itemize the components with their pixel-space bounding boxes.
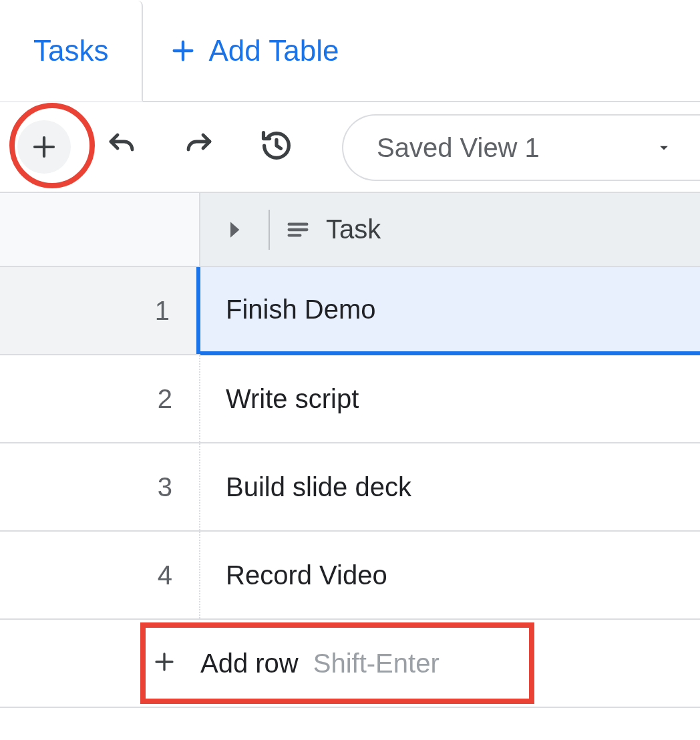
undo-button[interactable]: [95, 120, 148, 174]
text-column-icon: [285, 216, 311, 243]
caret-down-icon: [655, 133, 673, 163]
divider: [269, 210, 270, 250]
row-number-header: [0, 193, 200, 266]
table-row[interactable]: 4 Record Video: [0, 532, 700, 620]
add-row-label: Add row: [200, 649, 299, 679]
column-label: Task: [326, 214, 381, 244]
row-number: 2: [0, 355, 200, 442]
view-label: Saved View 1: [377, 133, 540, 163]
row-number: 4: [0, 532, 200, 618]
history-button[interactable]: [250, 120, 303, 174]
table-row[interactable]: 1 Finish Demo: [0, 267, 700, 355]
label-icon: [227, 216, 254, 243]
table-row[interactable]: 2 Write script: [0, 355, 700, 443]
plus-icon: [170, 37, 196, 64]
add-table-button[interactable]: Add Table: [143, 34, 365, 67]
cell-task[interactable]: Write script: [200, 355, 700, 442]
cell-task[interactable]: Record Video: [200, 532, 700, 618]
row-number: 3: [0, 443, 200, 530]
plus-icon: [30, 133, 58, 161]
undo-icon: [106, 130, 138, 164]
table: Task 1 Finish Demo 2 Write script 3 Buil…: [0, 193, 700, 708]
add-row-footer[interactable]: Add row Shift-Enter: [0, 620, 700, 708]
add-row-hint: Shift-Enter: [313, 649, 440, 679]
redo-icon: [183, 130, 215, 164]
add-table-label: Add Table: [208, 34, 339, 67]
tab-tasks[interactable]: Tasks: [0, 1, 143, 102]
table-header: Task: [0, 193, 700, 267]
column-header-task[interactable]: Task: [200, 193, 700, 266]
row-number: 1: [0, 267, 200, 354]
tab-label: Tasks: [33, 34, 108, 67]
table-tabs: Tasks Add Table: [0, 0, 700, 102]
cell-task[interactable]: Build slide deck: [200, 443, 700, 530]
plus-icon: [152, 650, 176, 677]
redo-button[interactable]: [172, 120, 226, 174]
saved-view-dropdown[interactable]: Saved View 1: [342, 114, 700, 181]
add-row-button[interactable]: [17, 120, 71, 174]
toolbar: Saved View 1: [0, 102, 700, 193]
table-row[interactable]: 3 Build slide deck: [0, 443, 700, 532]
history-icon: [259, 128, 294, 166]
cell-task[interactable]: Finish Demo: [200, 267, 700, 355]
